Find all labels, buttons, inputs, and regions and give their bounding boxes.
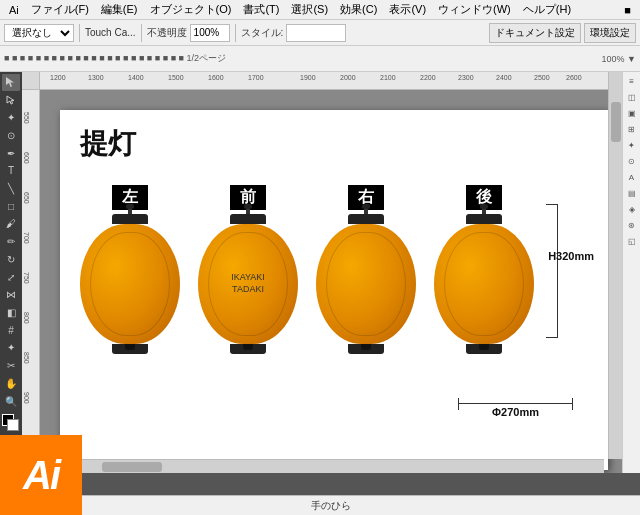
menu-bar: Ai ファイル(F) 編集(E) オブジェクト(O) 書式(T) 選択(S) 効… [0, 0, 640, 20]
lantern-left: 左 [80, 185, 180, 354]
left-toolbox: ✦ ⊙ ✒ T ╲ □ 🖌 ✏ ↻ ⤢ ⋈ ◧ # ✦ ✂ ✋ 🔍 ⇆ ● ▣ … [0, 72, 22, 473]
lantern-front-text: IKAYAKITADAKI [231, 272, 265, 295]
ruler-left: 550 600 650 700 750 800 850 900 [22, 90, 40, 473]
panel-btn-2[interactable]: ◫ [625, 90, 639, 104]
gradient-tool[interactable]: ◧ [2, 304, 20, 321]
ai-logo-text: Ai [23, 453, 59, 498]
ruler-top: 1200 1300 1400 1500 1600 1700 1900 2000 … [40, 72, 622, 90]
lantern-right-cap-top [348, 214, 384, 224]
direct-select-tool[interactable] [2, 92, 20, 109]
lantern-left-cap-top [112, 214, 148, 224]
fill-color-swatch[interactable] [2, 414, 20, 431]
panel-btn-11[interactable]: ◱ [625, 234, 639, 248]
opacity-input[interactable] [190, 24, 230, 42]
main-layout: ✦ ⊙ ✒ T ╲ □ 🖌 ✏ ↻ ⤢ ⋈ ◧ # ✦ ✂ ✋ 🔍 ⇆ ● ▣ … [0, 72, 640, 473]
separator [79, 24, 80, 42]
style-input[interactable] [286, 24, 346, 42]
hand-tool[interactable]: ✋ [2, 375, 20, 392]
lantern-back-body [434, 224, 534, 344]
lantern-back-cap-bottom [466, 344, 502, 354]
panel-btn-10[interactable]: ⊛ [625, 218, 639, 232]
selection-tool[interactable] [2, 74, 20, 91]
rect-tool[interactable]: □ [2, 198, 20, 215]
separator2 [141, 24, 142, 42]
panel-btn-7[interactable]: A [625, 170, 639, 184]
touch-label: Touch Ca... [85, 27, 136, 38]
lantern-front-cap-top [230, 214, 266, 224]
toolbar-options: ■ ■ ■ ■ ■ ■ ■ ■ ■ ■ ■ ■ ■ ■ ■ ■ ■ ■ ■ ■ … [0, 46, 640, 72]
lantern-right-body [316, 224, 416, 344]
lantern-front-cap-bottom [230, 344, 266, 354]
dimension-height-label: H320mm [548, 250, 594, 262]
dimension-width-area: Φ270mm [458, 403, 573, 418]
lasso-tool[interactable]: ⊙ [2, 127, 20, 144]
panel-btn-5[interactable]: ✦ [625, 138, 639, 152]
lantern-left-cap-bottom [112, 344, 148, 354]
pen-tool[interactable]: ✒ [2, 145, 20, 162]
h-scroll-thumb[interactable] [102, 462, 162, 472]
menu-effect[interactable]: 効果(C) [335, 1, 382, 18]
panel-btn-8[interactable]: ▤ [625, 186, 639, 200]
rotate-tool[interactable]: ↻ [2, 251, 20, 268]
panel-btn-4[interactable]: ⊞ [625, 122, 639, 136]
breadcrumb-path: ■ ■ ■ ■ ■ ■ ■ ■ ■ ■ ■ ■ ■ ■ ■ ■ ■ ■ ■ ■ … [4, 52, 226, 65]
menu-window[interactable]: ウィンドウ(W) [433, 1, 516, 18]
lanterns-row: 左 前 IKAYAKITADAKI 右 [80, 185, 588, 354]
hand-tool-label: 手のひら [311, 499, 351, 513]
horizontal-scrollbar[interactable] [22, 459, 604, 473]
status-bar: ■ ■ 手のひら [0, 495, 640, 515]
menu-help[interactable]: ヘルプ(H) [518, 1, 576, 18]
opacity-label: 不透明度 [147, 26, 187, 40]
lantern-right: 右 [316, 185, 416, 354]
scale-tool[interactable]: ⤢ [2, 269, 20, 286]
v-scroll-thumb[interactable] [611, 102, 621, 142]
style-label: スタイル: [241, 26, 284, 40]
ruler-corner [22, 72, 40, 90]
mesh-tool[interactable]: # [2, 322, 20, 339]
menu-select[interactable]: 選択(S) [286, 1, 333, 18]
canvas-area: 1200 1300 1400 1500 1600 1700 1900 2000 … [22, 72, 622, 473]
env-settings-button[interactable]: 環境設定 [584, 23, 636, 43]
paintbrush-tool[interactable]: 🖌 [2, 216, 20, 233]
zoom-display: 100% ▼ [602, 54, 636, 64]
panel-btn-9[interactable]: ◈ [625, 202, 639, 216]
pencil-tool[interactable]: ✏ [2, 233, 20, 250]
panel-btn-1[interactable]: ≡ [625, 74, 639, 88]
lantern-left-body [80, 224, 180, 344]
artboard-title: 提灯 [80, 125, 136, 163]
line-tool[interactable]: ╲ [2, 180, 20, 197]
selection-dropdown[interactable]: 選択なし [4, 24, 74, 42]
separator3 [235, 24, 236, 42]
scissors-tool[interactable]: ✂ [2, 357, 20, 374]
dimension-width-label: Φ270mm [458, 406, 573, 418]
menu-ai[interactable]: Ai [4, 3, 24, 17]
menu-extra[interactable]: ■ [619, 3, 636, 17]
lantern-back-cap-top [466, 214, 502, 224]
vertical-scrollbar[interactable] [608, 72, 622, 459]
menu-edit[interactable]: 編集(E) [96, 1, 143, 18]
menu-type[interactable]: 書式(T) [238, 1, 284, 18]
zoom-tool[interactable]: 🔍 [2, 393, 20, 410]
ai-logo: Ai [0, 435, 82, 515]
menu-object[interactable]: オブジェクト(O) [145, 1, 237, 18]
lantern-front-body: IKAYAKITADAKI [198, 224, 298, 344]
doc-settings-button[interactable]: ドキュメント設定 [489, 23, 581, 43]
menu-view[interactable]: 表示(V) [384, 1, 431, 18]
toolbar-main: 選択なし Touch Ca... 不透明度 スタイル: ドキュメント設定 環境設… [0, 20, 640, 46]
type-tool[interactable]: T [2, 163, 20, 180]
menu-file[interactable]: ファイル(F) [26, 1, 94, 18]
lantern-back: 後 [434, 185, 534, 354]
eyedropper-tool[interactable]: ✦ [2, 340, 20, 357]
blend-tool[interactable]: ⋈ [2, 286, 20, 303]
panel-btn-6[interactable]: ⊙ [625, 154, 639, 168]
magic-wand-tool[interactable]: ✦ [2, 109, 20, 126]
lantern-front: 前 IKAYAKITADAKI [198, 185, 298, 354]
lantern-right-cap-bottom [348, 344, 384, 354]
right-panel: ≡ ◫ ▣ ⊞ ✦ ⊙ A ▤ ◈ ⊛ ◱ [622, 72, 640, 473]
panel-btn-3[interactable]: ▣ [625, 106, 639, 120]
artboard: 提灯 左 前 IKAYAKITADAKI [60, 110, 608, 470]
